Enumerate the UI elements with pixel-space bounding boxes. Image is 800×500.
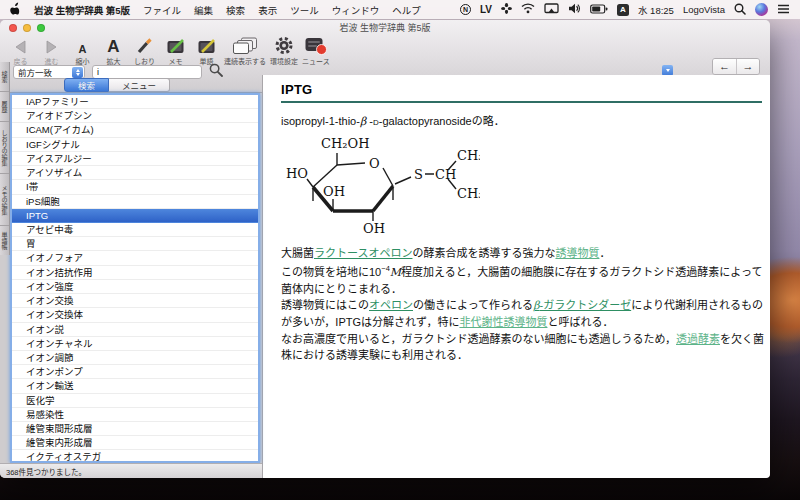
search-magnifier-icon[interactable] — [209, 63, 223, 81]
list-item[interactable]: アイスアルジー — [12, 152, 258, 166]
list-item[interactable]: イオン交換 — [12, 294, 258, 308]
list-item[interactable]: 医化学 — [12, 394, 258, 408]
list-item[interactable]: イオノフォア — [12, 251, 258, 265]
entry-paragraph: 誘導物質にはこのオペロンの働きによって作られるβ-ガラクトシダーゼにより代謝利用… — [281, 297, 770, 330]
siri-icon[interactable] — [755, 3, 768, 16]
menu-clock[interactable]: 水 18:25 — [638, 3, 674, 17]
menu-file[interactable]: ファイル — [143, 3, 181, 17]
list-item[interactable]: アイオドプシン — [12, 109, 258, 123]
list-item[interactable]: イオン説 — [12, 323, 258, 337]
list-item[interactable]: アイソザイム — [12, 166, 258, 180]
spotlight-icon[interactable] — [734, 3, 746, 17]
side-tab-search[interactable]: 検索 — [0, 62, 9, 92]
entry-link[interactable]: ラクトースオペロン — [314, 247, 412, 259]
list-item[interactable]: IAPファミリー — [12, 95, 258, 109]
word-list-button[interactable]: 単語 — [193, 33, 220, 66]
volume-icon[interactable] — [568, 3, 581, 16]
list-item[interactable]: イオン調節 — [12, 351, 258, 365]
bookmark-button[interactable]: しおり — [131, 33, 158, 66]
notification-center-icon[interactable] — [777, 4, 790, 16]
list-item[interactable]: イクティオステガ — [12, 450, 258, 463]
preferences-button[interactable]: 環境設定 — [270, 33, 298, 66]
input-method-icon[interactable]: A — [617, 4, 629, 16]
menu-view[interactable]: 表示 — [258, 3, 277, 17]
entry-link[interactable]: -ガラクトシダーゼ — [539, 299, 631, 311]
label-oh-bottom: OH — [363, 221, 385, 236]
forward-arrow-icon — [43, 33, 60, 55]
menu-window[interactable]: ウィンドウ — [332, 3, 380, 17]
list-item[interactable]: 胃 — [12, 237, 258, 251]
side-tab-strip: 検索 履歴 しおりの編集 メモの編集 単語帳 — [0, 62, 10, 255]
entry-paragraph: 大腸菌ラクトースオペロンの酵素合成を誘導する強力な誘導物質． — [281, 245, 770, 261]
text-segment: -galactopyranosideの略． — [379, 115, 505, 127]
list-item[interactable]: IGFシグナル — [12, 138, 258, 152]
list-item[interactable]: イオン強度 — [12, 280, 258, 294]
text-segment: M — [390, 266, 401, 279]
list-item[interactable]: アセビ中毒 — [12, 223, 258, 237]
logovista-menu-item[interactable]: LogoVista — [683, 4, 725, 15]
pen-icon — [135, 33, 154, 55]
continuous-display-button[interactable]: 連続表示する — [224, 33, 266, 66]
app-window: 岩波 生物学辞典 第5版 戻る 進む A 縮小 A 拡大 しおり — [0, 20, 770, 478]
entry-link[interactable]: 透過酵素 — [676, 333, 720, 345]
list-item[interactable]: 維管束内形成層 — [12, 436, 258, 450]
news-button[interactable]: ニュース — [302, 33, 330, 66]
tab-menu[interactable]: メニュー — [109, 78, 170, 92]
menu-bar: 岩波 生物学辞典 第5版 ファイル 編集 検索 表示 ツール ウィンドウ ヘルプ… — [0, 0, 800, 19]
display-mirroring-icon[interactable] — [544, 3, 559, 16]
side-tab-word-book[interactable]: 単語帳 — [0, 226, 9, 255]
label-ch3-top: CH₃ — [457, 148, 480, 163]
minimize-window-button[interactable] — [23, 24, 31, 32]
text-segment: の働きによって作られる — [413, 299, 533, 311]
lv-status-item[interactable]: LV — [480, 4, 492, 15]
list-item[interactable]: イオン交換体 — [12, 308, 258, 322]
list-item[interactable]: 維管束間形成層 — [12, 422, 258, 436]
menu-search[interactable]: 検索 — [226, 3, 245, 17]
search-history-dropdown-icon[interactable] — [662, 65, 673, 76]
next-entry-button[interactable]: → — [736, 59, 759, 74]
entry-link[interactable]: オペロン — [369, 299, 413, 311]
entry-link[interactable]: 誘導物質 — [555, 247, 599, 259]
title-rule — [281, 101, 762, 103]
list-item[interactable]: イオン輸送 — [12, 379, 258, 393]
list-item[interactable]: I帯 — [12, 180, 258, 194]
battery-icon[interactable] — [590, 4, 608, 16]
result-list[interactable]: IAPファミリーアイオドプシンICAM(アイカム)IGFシグナルアイスアルジーア… — [10, 93, 260, 463]
wifi-icon[interactable] — [521, 3, 535, 16]
forward-button[interactable]: 進む — [38, 33, 65, 66]
label-s: S — [414, 167, 423, 182]
list-item[interactable]: イオンチャネル — [12, 337, 258, 351]
list-item[interactable]: ICAM(アイカム) — [12, 123, 258, 137]
entry-title: IPTG — [281, 82, 762, 97]
match-mode-select[interactable]: 前方一致 — [13, 65, 85, 79]
circled-n-status-icon[interactable]: N — [460, 4, 471, 15]
menu-help[interactable]: ヘルプ — [392, 3, 421, 17]
fan-status-icon[interactable] — [501, 3, 512, 16]
pane-tabs: 検索 メニュー — [64, 78, 170, 92]
memo-button[interactable]: メモ — [162, 33, 189, 66]
search-input[interactable] — [92, 65, 202, 79]
menu-tools[interactable]: ツール — [290, 3, 319, 17]
menu-edit[interactable]: 編集 — [194, 3, 213, 17]
list-item[interactable]: イオン拮抗作用 — [12, 266, 258, 280]
stepper-icon[interactable] — [72, 67, 83, 78]
tab-search[interactable]: 検索 — [64, 78, 109, 92]
list-item[interactable]: イオンポンプ — [12, 365, 258, 379]
list-item[interactable]: iPS細胞 — [12, 195, 258, 209]
side-tab-history[interactable]: 履歴 — [0, 92, 9, 122]
zoom-out-button[interactable]: A 縮小 — [69, 33, 96, 66]
label-ch: CH — [435, 167, 456, 182]
zoom-window-button[interactable] — [37, 24, 45, 32]
label-oh-mid: OH — [323, 184, 345, 199]
apple-menu-icon[interactable] — [10, 2, 21, 17]
entry-link[interactable]: 非代謝性誘導物質 — [459, 316, 547, 328]
close-window-button[interactable] — [9, 24, 17, 32]
back-button[interactable]: 戻る — [7, 33, 34, 66]
side-tab-bookmark-edit[interactable]: しおりの編集 — [0, 122, 9, 174]
side-tab-memo-edit[interactable]: メモの編集 — [0, 174, 9, 226]
list-item[interactable]: IPTG — [12, 209, 258, 223]
list-item[interactable]: 易感染性 — [12, 408, 258, 422]
menu-app-name[interactable]: 岩波 生物学辞典 第5版 — [34, 3, 130, 17]
previous-entry-button[interactable]: ← — [713, 59, 736, 74]
zoom-in-button[interactable]: A 拡大 — [100, 33, 127, 66]
